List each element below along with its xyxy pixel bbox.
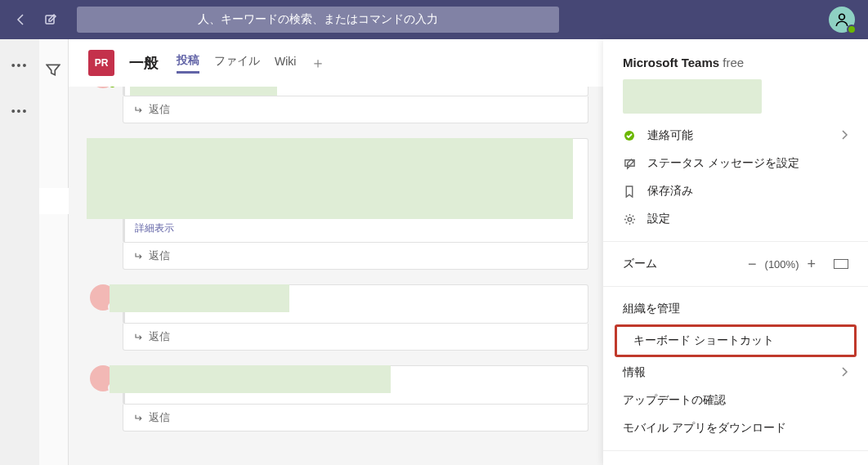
download-mobile[interactable]: モバイル アプリをダウンロード <box>603 414 868 442</box>
add-tab-button[interactable]: ＋ <box>311 53 325 73</box>
reply-label: 返信 <box>149 248 170 263</box>
info[interactable]: 情報 <box>603 359 868 387</box>
menu-label: 保存済み <box>647 184 693 199</box>
reply-label: 返信 <box>149 102 170 117</box>
fullscreen-icon[interactable] <box>834 259 848 269</box>
separator <box>603 450 868 451</box>
separator <box>603 286 868 287</box>
menu-label: 設定 <box>647 212 670 226</box>
zoom-percent: (100%) <box>765 258 799 271</box>
reply-button[interactable]: ↵ 返信 <box>123 405 588 431</box>
redacted-content <box>110 365 391 393</box>
svg-point-1 <box>839 14 845 20</box>
back-icon[interactable] <box>13 11 29 28</box>
app-rail: ••• ••• <box>0 39 39 465</box>
plan-label: free <box>723 56 744 69</box>
presence-available-icon <box>847 25 857 34</box>
tab-wiki[interactable]: Wiki <box>275 55 296 71</box>
redacted-content <box>87 138 573 219</box>
reply-button[interactable]: ↵ 返信 <box>123 243 588 270</box>
reply-icon: ↵ <box>133 331 142 343</box>
message: ↵ 返信 <box>83 284 588 351</box>
manage-org[interactable]: 組織を管理 <box>603 295 868 323</box>
title-bar: 人、キーワードの検索、またはコマンドの入力 <box>0 0 868 39</box>
reply-icon: ↵ <box>133 250 142 262</box>
presence-label: 連絡可能 <box>647 128 693 143</box>
zoom-out-button[interactable]: − <box>740 257 765 271</box>
menu-label: キーボード ショートカット <box>633 333 774 348</box>
menu-label: 組織を管理 <box>623 302 680 316</box>
tab-posts[interactable]: 投稿 <box>177 53 199 74</box>
rail-more-1[interactable]: ••• <box>11 59 29 72</box>
menu-label: アップデートの確認 <box>623 393 726 408</box>
filter-icon[interactable] <box>46 62 68 80</box>
app-name: Microsoft Teams <box>623 56 719 69</box>
search-placeholder: 人、キーワードの検索、またはコマンドの入力 <box>198 12 438 27</box>
reply-button[interactable]: ↵ 返信 <box>123 324 588 351</box>
profile-avatar[interactable] <box>829 7 855 33</box>
profile-flyout: Microsoft Teams free 連絡可能 ステータス メッセージを設定… <box>603 39 868 465</box>
svg-point-3 <box>628 217 632 221</box>
menu-label: 情報 <box>623 365 646 380</box>
presence-available-icon <box>623 129 636 142</box>
selected-channel-indicator <box>39 188 69 214</box>
redacted-content <box>130 87 277 96</box>
channel-name: 一般 <box>129 53 159 73</box>
redacted-content <box>110 284 289 312</box>
profile-redacted <box>623 79 762 114</box>
message: 詳細表示 ↵ 返信 <box>83 138 588 270</box>
rail-more-2[interactable]: ••• <box>11 105 29 118</box>
reply-label: 返信 <box>149 410 170 425</box>
keyboard-shortcuts[interactable]: キーボード ショートカット <box>615 324 857 357</box>
reply-icon: ↵ <box>133 412 142 424</box>
reply-button[interactable]: ↵ 返信 <box>123 96 588 123</box>
chevron-right-icon <box>840 129 848 143</box>
edit-message-icon <box>623 157 636 170</box>
tab-files[interactable]: ファイル <box>214 54 260 72</box>
team-avatar[interactable]: PR <box>88 50 114 76</box>
show-more-link[interactable]: 詳細表示 <box>125 217 184 240</box>
settings[interactable]: 設定 <box>603 205 868 233</box>
message-body[interactable] <box>123 87 588 96</box>
check-updates[interactable]: アップデートの確認 <box>603 387 868 414</box>
reply-label: 返信 <box>149 329 170 344</box>
sign-out[interactable]: サインアウト <box>603 459 868 465</box>
set-status-message[interactable]: ステータス メッセージを設定 <box>603 150 868 177</box>
compose-icon[interactable] <box>43 11 59 28</box>
presence-row[interactable]: 連絡可能 <box>603 122 868 150</box>
presence-available-icon <box>108 87 117 89</box>
zoom-control: ズーム − (100%) + <box>603 250 868 278</box>
conversation-pane: ↵ 返信 詳細表示 ↵ 返信 ↵ 返信 ↵ 返信 <box>69 87 603 465</box>
message: ↵ 返信 <box>83 87 588 123</box>
flyout-title: Microsoft Teams free <box>603 56 868 76</box>
gear-icon <box>623 212 636 226</box>
zoom-label: ズーム <box>623 257 740 271</box>
zoom-in-button[interactable]: + <box>799 257 824 271</box>
separator <box>603 241 868 242</box>
message: ↵ 返信 <box>83 365 588 431</box>
menu-label: モバイル アプリをダウンロード <box>623 421 786 436</box>
saved-items[interactable]: 保存済み <box>603 177 868 205</box>
search-input[interactable]: 人、キーワードの検索、またはコマンドの入力 <box>77 7 559 33</box>
chevron-right-icon <box>840 366 848 380</box>
bookmark-icon <box>623 185 636 198</box>
teams-sidebar <box>39 39 69 465</box>
reply-icon: ↵ <box>133 104 142 116</box>
menu-label: ステータス メッセージを設定 <box>647 156 799 171</box>
